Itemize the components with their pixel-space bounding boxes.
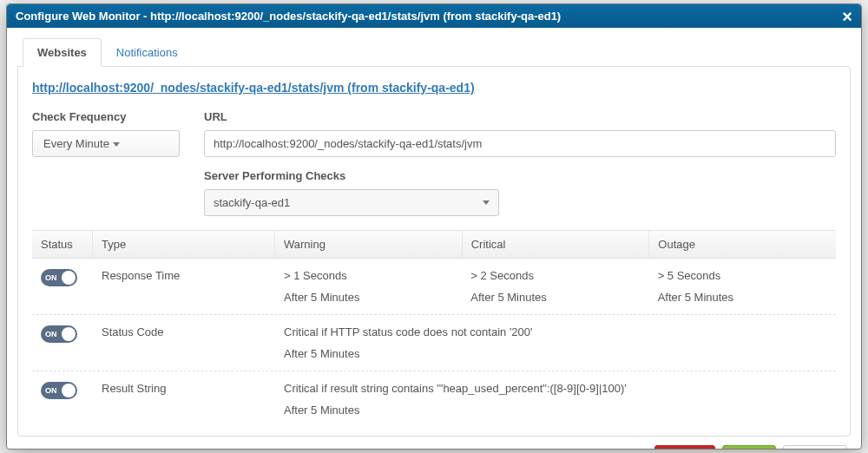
save-button[interactable]: Save [722, 445, 776, 449]
toggle-label: ON [45, 273, 57, 282]
critical-full-cell: Critical if HTTP status code does not co… [275, 325, 836, 360]
threshold-row-status-code: ON Status Code Critical if HTTP status c… [32, 315, 836, 371]
tab-bar: Websites Notifications [23, 38, 851, 66]
cancel-button[interactable]: Cancel [783, 445, 847, 449]
threshold-row-result-string: ON Result String Critical if result stri… [32, 371, 836, 427]
toggle-label: ON [45, 330, 57, 338]
caret-icon [483, 200, 490, 205]
critical-full-cell: Critical if result string contains '"hea… [275, 382, 836, 417]
url-label: URL [204, 110, 836, 123]
toggle-status-code[interactable]: ON [41, 325, 77, 343]
toggle-result-string[interactable]: ON [41, 382, 77, 399]
toggle-label: ON [45, 386, 57, 395]
thresholds-header: Status Type Warning Critical Outage [32, 230, 836, 259]
type-label: Status Code [93, 325, 275, 360]
tab-websites[interactable]: Websites [23, 38, 102, 67]
url-input[interactable] [204, 130, 836, 157]
toggle-response-time[interactable]: ON [41, 269, 77, 286]
warning-cell: > 1 Seconds After 5 Minutes [275, 269, 462, 304]
close-icon[interactable]: × [842, 10, 852, 23]
modal-titlebar: Configure Web Monitor - http://localhost… [7, 4, 861, 28]
type-label: Response Time [93, 269, 275, 304]
tab-notifications[interactable]: Notifications [102, 38, 193, 66]
check-frequency-dropdown[interactable]: Every Minute [32, 130, 180, 157]
check-frequency-label: Check Frequency [32, 110, 180, 123]
server-label: Server Performing Checks [204, 169, 836, 182]
check-frequency-value: Every Minute [43, 137, 109, 150]
col-critical: Critical [463, 231, 650, 258]
configure-monitor-modal: Configure Web Monitor - http://localhost… [6, 3, 862, 450]
caret-icon [113, 142, 120, 147]
modal-footer: ? How Stackify monitoring works Delete S… [17, 437, 851, 449]
col-type: Type [93, 231, 275, 258]
outage-cell: > 5 Seconds After 5 Minutes [649, 269, 836, 304]
toggle-knob [62, 327, 76, 341]
col-warning: Warning [275, 231, 463, 258]
modal-title: Configure Web Monitor - http://localhost… [16, 10, 561, 23]
type-label: Result String [93, 382, 275, 417]
monitor-url-link[interactable]: http://localhost:9200/_nodes/stackify-qa… [32, 81, 475, 95]
threshold-row-response-time: ON Response Time > 1 Seconds After 5 Min… [32, 259, 836, 315]
col-outage: Outage [649, 231, 836, 258]
server-value: stackify-qa-ed1 [214, 196, 290, 209]
delete-button[interactable]: Delete [654, 445, 715, 449]
toggle-knob [62, 271, 76, 285]
critical-cell: > 2 Seconds After 5 Minutes [462, 269, 648, 304]
server-select[interactable]: stackify-qa-ed1 [204, 189, 499, 216]
col-status: Status [32, 231, 93, 258]
toggle-knob [62, 384, 76, 397]
tab-panel-websites: http://localhost:9200/_nodes/stackify-qa… [17, 66, 851, 437]
